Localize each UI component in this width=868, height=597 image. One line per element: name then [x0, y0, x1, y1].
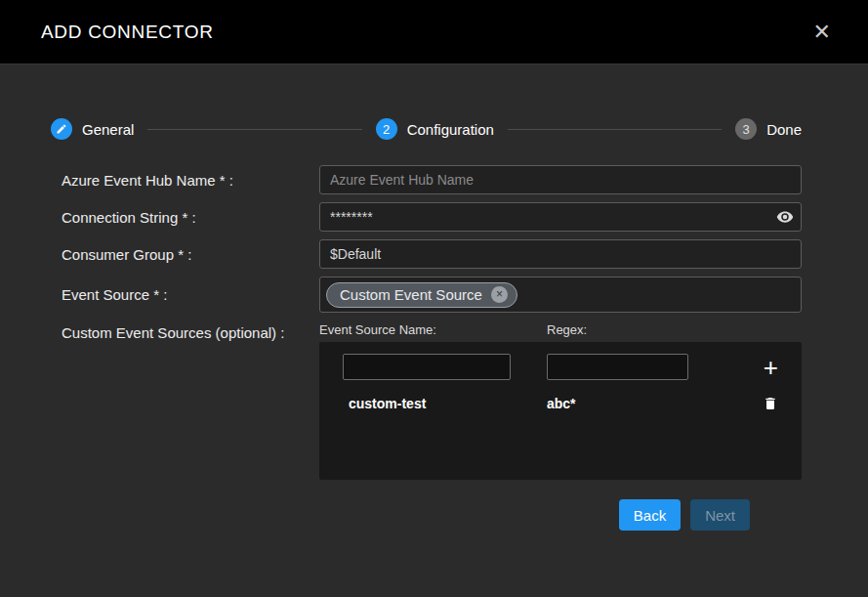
add-connector-modal: ADD CONNECTOR ✕ General 2 Configuration … [0, 0, 868, 597]
chip-remove-icon[interactable]: × [491, 286, 508, 303]
back-button[interactable]: Back [619, 499, 681, 531]
event-source-label: Event Source * : [62, 284, 319, 305]
event-source-chip[interactable]: Custom Event Source × [326, 282, 517, 308]
event-source-select[interactable]: Custom Event Source × [319, 277, 802, 313]
custom-source-regex-value: abc* [547, 396, 576, 411]
step-general-label: General [82, 121, 134, 138]
step-configuration[interactable]: 2 Configuration [376, 118, 494, 140]
step-done-number: 3 [735, 118, 757, 140]
consumer-group-input[interactable] [319, 239, 802, 269]
step-done-label: Done [766, 121, 802, 138]
consumer-group-row: Consumer Group * : [62, 239, 802, 269]
step-configuration-label: Configuration [407, 121, 494, 138]
pencil-icon [51, 118, 72, 140]
event-source-row: Event Source * : Custom Event Source × [62, 277, 802, 313]
event-hub-name-input[interactable] [319, 165, 802, 194]
regex-header: Regex: [547, 322, 587, 337]
step-configuration-number: 2 [376, 118, 397, 140]
eye-icon[interactable] [776, 208, 794, 226]
modal-title: ADD CONNECTOR [41, 21, 214, 43]
connection-string-input[interactable] [319, 202, 802, 232]
connector-form: Azure Event Hub Name * : Connection Stri… [62, 165, 802, 531]
custom-event-sources-label: Custom Event Sources (optional) : [62, 322, 319, 343]
step-done[interactable]: 3 Done [735, 118, 802, 140]
event-hub-name-label: Azure Event Hub Name * : [62, 170, 319, 191]
modal-header: ADD CONNECTOR ✕ [0, 0, 868, 64]
next-button[interactable]: Next [690, 499, 750, 531]
trash-icon[interactable] [763, 396, 778, 411]
custom-source-row: custom-test abc* [343, 396, 778, 411]
event-hub-name-row: Azure Event Hub Name * : [62, 165, 802, 194]
custom-source-regex-input[interactable] [547, 354, 688, 380]
connection-string-row: Connection String * : [62, 202, 802, 232]
stepper: General 2 Configuration 3 Done [51, 118, 802, 140]
stepper-line [147, 129, 361, 130]
custom-event-sources-row: Custom Event Sources (optional) : Event … [62, 322, 802, 480]
event-source-chip-label: Custom Event Source [340, 286, 482, 303]
add-icon[interactable]: + [764, 355, 778, 380]
step-general[interactable]: General [51, 118, 134, 140]
modal-footer: Back Next [62, 499, 750, 531]
connection-string-label: Connection String * : [62, 207, 319, 228]
stepper-line [508, 129, 722, 130]
close-icon[interactable]: ✕ [813, 21, 831, 43]
event-source-name-header: Event Source Name: [319, 322, 547, 337]
custom-event-sources-panel: + custom-test abc* [319, 342, 802, 480]
custom-source-name-input[interactable] [343, 354, 511, 380]
custom-source-name-value: custom-test [343, 396, 547, 411]
consumer-group-label: Consumer Group * : [62, 244, 319, 265]
